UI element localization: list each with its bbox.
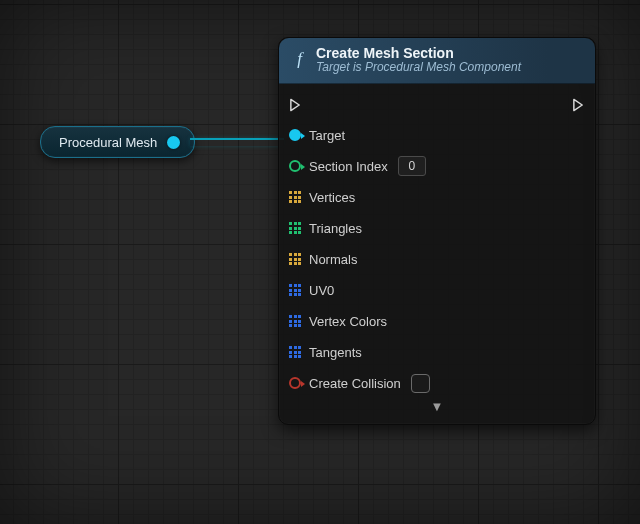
pin-label-create-collision: Create Collision — [309, 376, 401, 391]
pin-row-vertices: Vertices — [289, 182, 585, 213]
pin-vertices[interactable] — [289, 191, 301, 203]
pin-label-uv0: UV0 — [309, 283, 334, 298]
pin-label-section-index: Section Index — [309, 159, 388, 174]
pin-label-target: Target — [309, 128, 345, 143]
pin-uv0[interactable] — [289, 284, 301, 296]
pin-label-triangles: Triangles — [309, 221, 362, 236]
node-header[interactable]: f Create Mesh Section Target is Procedur… — [279, 38, 595, 84]
pin-section-index[interactable] — [289, 160, 301, 172]
pin-row-vertex-colors: Vertex Colors — [289, 306, 585, 337]
exec-out-pin[interactable] — [572, 98, 585, 111]
pin-target[interactable] — [289, 129, 301, 141]
wire-procmesh-to-target — [190, 138, 284, 146]
pin-row-tangents: Tangents — [289, 337, 585, 368]
section-index-input[interactable]: 0 — [398, 156, 426, 176]
node-subtitle: Target is Procedural Mesh Component — [316, 61, 521, 75]
pin-normals[interactable] — [289, 253, 301, 265]
pin-create-collision[interactable] — [289, 377, 301, 389]
pin-row-normals: Normals — [289, 244, 585, 275]
pin-row-create-collision: Create Collision — [289, 368, 585, 399]
node-body: Target Section Index 0 Vertices Triangle… — [279, 84, 595, 424]
exec-in-pin[interactable] — [289, 98, 302, 111]
variable-output-pin[interactable] — [167, 136, 180, 149]
pin-row-uv0: UV0 — [289, 275, 585, 306]
pin-triangles[interactable] — [289, 222, 301, 234]
pin-label-vertices: Vertices — [309, 190, 355, 205]
pin-row-section-index: Section Index 0 — [289, 151, 585, 182]
function-icon: f — [291, 51, 308, 68]
create-collision-checkbox[interactable] — [411, 374, 430, 393]
function-node-create-mesh-section[interactable]: f Create Mesh Section Target is Procedur… — [278, 37, 596, 425]
pin-tangents[interactable] — [289, 346, 301, 358]
pin-label-tangents: Tangents — [309, 345, 362, 360]
pin-vertex-colors[interactable] — [289, 315, 301, 327]
node-title: Create Mesh Section — [316, 45, 521, 61]
pin-label-normals: Normals — [309, 252, 357, 267]
variable-node-label: Procedural Mesh — [59, 135, 157, 150]
pin-label-vertex-colors: Vertex Colors — [309, 314, 387, 329]
blueprint-graph[interactable]: Procedural Mesh f Create Mesh Section Ta… — [0, 0, 640, 524]
pin-row-target: Target — [289, 120, 585, 151]
expand-node-toggle[interactable]: ▼ — [289, 399, 585, 420]
pin-row-triangles: Triangles — [289, 213, 585, 244]
variable-node-procedural-mesh[interactable]: Procedural Mesh — [40, 126, 195, 158]
